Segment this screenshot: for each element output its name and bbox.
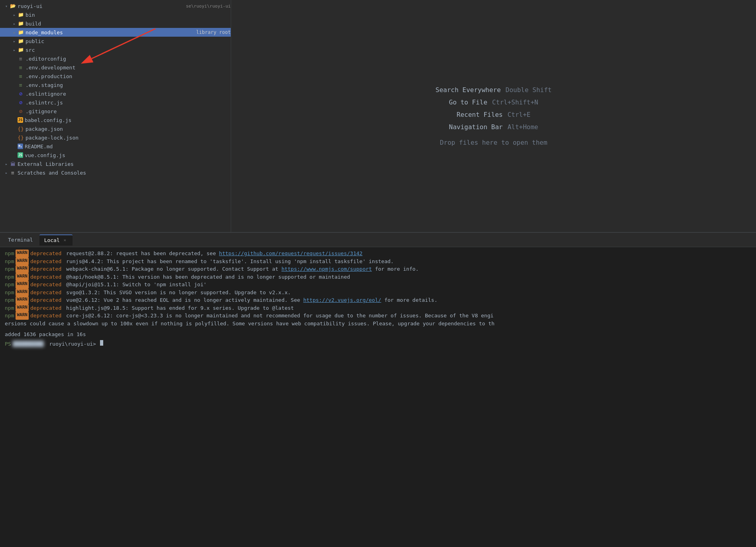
log-text-5: @hapi/joi@15.1.1: Switch to 'npm install… [63,281,206,289]
tree-item-build[interactable]: build [0,19,231,28]
deprecated-1: deprecated [30,250,61,258]
eslintignore-icon: ⊘ [18,91,24,97]
src-folder-icon [18,47,24,53]
ps-cursor [100,340,103,346]
tree-item-src[interactable]: src [0,45,231,54]
tree-item-env-dev[interactable]: ≡ .env.development [0,63,231,72]
log-text-4: @hapi/hoek@8.5.1: This version has been … [63,273,350,281]
log-text-9: core-js@2.6.12: core-js@<3.23.3 is no lo… [63,312,493,320]
package-lock-label: package-lock.json [26,135,231,141]
eslintrc-label: .eslintrc.js [26,100,231,106]
public-folder-icon [18,38,24,44]
hint-navigation-bar: Navigation Bar Alt+Home [449,123,538,131]
node-modules-badge: library root [196,30,231,35]
terminal-tab-bar: Terminal Local × [0,233,756,247]
hint-go-to-file: Go to File Ctrl+Shift+N [449,98,538,106]
scratches-arrow [3,169,10,176]
gitignore-icon: ⊘ [18,108,24,114]
env-dev-label: .env.development [26,65,231,71]
vue-config-icon: JS [18,152,23,158]
hint-recent-files: Recent Files Ctrl+E [457,111,530,118]
babel-label: babel.config.js [25,117,231,123]
npm-prefix-8: npm [5,304,14,312]
log-text-8: highlight.js@9.18.5: Support has ended f… [63,304,294,312]
tree-item-editorconfig[interactable]: ≡ .editorconfig [0,54,231,63]
readme-label: README.md [25,144,231,150]
package-lock-arrow-empty [11,134,18,141]
ps-blurred: ██████████ [13,340,45,348]
node-modules-folder-icon [18,29,24,35]
recent-files-label: Recent Files [457,111,503,118]
warn-badge-2: WARN [16,258,29,266]
log-link-1[interactable]: https://github.com/request/request/issue… [219,250,363,258]
log-text-6: svgo@1.3.2: This SVGO version is no long… [63,289,291,297]
eslintrc-icon: ⊘ [18,99,24,106]
readme-icon: M↓ [18,144,23,149]
ps-path-end: ruoyi\ruoyi-ui> [46,340,99,348]
npm-prefix-6: npm [5,289,14,297]
package-json-icon: {} [18,126,24,132]
bin-folder-icon [18,12,24,18]
tree-item-babel[interactable]: JS babel.config.js [0,116,231,124]
tab-local[interactable]: Local × [39,234,73,246]
vue-config-arrow-empty [11,152,18,158]
tree-item-node-modules[interactable]: node_modules library root [0,28,231,37]
tree-item-env-staging[interactable]: ≡ .env.staging [0,81,231,89]
warn-badge-5: WARN [16,281,29,289]
tree-item-bin[interactable]: bin [0,10,231,19]
bin-label: bin [26,12,231,18]
tab-terminal[interactable]: Terminal [3,234,38,246]
deprecated-6: deprecated [30,289,61,297]
tree-item-package-lock[interactable]: {} package-lock.json [0,133,231,142]
tree-item-readme[interactable]: M↓ README.md [0,142,231,151]
package-lock-icon: {} [18,134,24,141]
tree-item-eslintignore[interactable]: ⊘ .eslintignore [0,89,231,98]
tree-item-eslintrc[interactable]: ⊘ .eslintrc.js [0,98,231,107]
tree-item-package-json[interactable]: {} package.json [0,124,231,133]
summary-text: added 1636 packages in 16s [5,331,86,338]
babel-arrow-empty [11,117,18,123]
build-arrow [11,20,18,27]
ps-prefix: PS [5,340,11,348]
env-staging-icon: ≡ [18,82,24,88]
log-link-3[interactable]: https://www.npmjs.com/support [281,265,372,273]
babel-icon: JS [18,117,23,123]
ext-libs-icon: 🏛 [10,161,16,167]
eslintrc-arrow-empty [11,99,18,106]
tree-root[interactable]: ruoyi-ui se\ruoyi\ruoyi-ui [0,2,231,10]
log-text-2: runjs@4.4.2: This project has been renam… [63,258,394,266]
deprecated-8: deprecated [30,304,61,312]
log-text-1: request@2.88.2: request has been depreca… [63,250,219,258]
log-text-7b: for more details. [381,296,438,304]
log-line-2: npm WARN deprecated runjs@4.4.2: This pr… [5,258,751,266]
log-line-4: npm WARN deprecated @hapi/hoek@8.5.1: Th… [5,273,751,281]
log-line-3: npm WARN deprecated webpack-chain@6.5.1:… [5,265,751,273]
warn-badge-9: WARN [16,312,29,320]
deprecated-3: deprecated [30,265,61,273]
search-everywhere-shortcut: Double Shift [506,86,552,94]
log-line-9: npm WARN deprecated core-js@2.6.12: core… [5,312,751,320]
log-link-7[interactable]: https://v2.vuejs.org/eol/ [303,296,381,304]
terminal-output[interactable]: npm WARN deprecated request@2.88.2: requ… [0,247,756,547]
log-text-3b: for more info. [372,265,418,273]
readme-arrow-empty [11,143,18,150]
vue-config-label: vue.config.js [25,152,231,158]
go-to-file-shortcut: Ctrl+Shift+N [492,98,538,106]
log-text-3: webpack-chain@6.5.1: Package no longer s… [63,265,281,273]
tree-item-env-prod[interactable]: ≡ .env.production [0,72,231,81]
tree-item-public[interactable]: public [0,37,231,45]
root-folder-icon [10,3,16,9]
drop-hint-text: Drop files here to open them [440,139,548,146]
tree-item-vue-config[interactable]: JS vue.config.js [0,151,231,159]
tab-local-close[interactable]: × [62,238,68,243]
npm-prefix-9: npm [5,312,14,320]
tree-item-gitignore[interactable]: ⊘ .gitignore [0,107,231,116]
log-line-5: npm WARN deprecated @hapi/joi@15.1.1: Sw… [5,281,751,289]
npm-prefix-7: npm [5,296,14,304]
tree-item-scratches[interactable]: ≡ Scratches and Consoles [0,168,231,177]
tab-terminal-label: Terminal [8,237,33,243]
env-prod-arrow-empty [11,73,18,79]
editor-empty-state: Search Everywhere Double Shift Go to Fil… [231,0,756,232]
tree-item-ext-libs[interactable]: 🏛 External Libraries [0,159,231,168]
node-modules-label: node_modules [26,30,194,35]
